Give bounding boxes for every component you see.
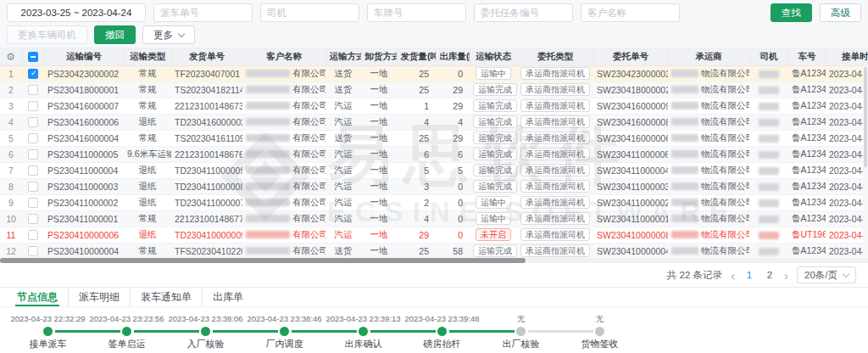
cell-status: 运输完成 bbox=[470, 146, 517, 162]
revoke-button[interactable]: 撤回 bbox=[94, 25, 136, 44]
cell-ship-qty: 25 bbox=[397, 81, 436, 98]
vertical-scrollbar-thumb[interactable] bbox=[864, 67, 867, 167]
row-checkbox[interactable] bbox=[28, 182, 38, 192]
column-header-13: 车号 bbox=[788, 48, 826, 65]
timeline-node-label: 签单启运 bbox=[87, 339, 166, 350]
advanced-button[interactable]: 高级 bbox=[820, 3, 861, 22]
table-row[interactable]: 4PS230416000006退纸TD230416000002有限公司汽运一地4… bbox=[0, 114, 868, 130]
table-row[interactable]: 5PS230416000004常规TS202304161109有限公司送货一地2… bbox=[0, 130, 868, 146]
more-button[interactable]: 更多 bbox=[142, 25, 195, 44]
table-header-row: ⚙运输编号运输类型发货单号客户名称运输方式卸货方式发货量(吨)出库量(吨)运输状… bbox=[0, 48, 868, 65]
masked-carrier-name bbox=[671, 102, 698, 109]
cell-ship-no: TF20230407001 bbox=[171, 65, 242, 81]
table-row[interactable]: 12PS230410000004常规TFS202304102203有限公司送货一… bbox=[0, 243, 868, 258]
row-checkbox[interactable] bbox=[28, 230, 38, 240]
page-size-select[interactable]: 20条/页 bbox=[797, 266, 856, 283]
masked-driver-name bbox=[759, 199, 779, 207]
table-row[interactable]: 11PS230410000006退纸TD230410000009有限公司汽运一地… bbox=[0, 227, 868, 243]
masked-driver-name bbox=[759, 70, 779, 78]
cell-unload-mode: 一地 bbox=[361, 65, 397, 81]
table-row[interactable]: 2PS230418000001常规TS202304182114有限公司送货一地2… bbox=[0, 81, 868, 98]
row-checkbox[interactable] bbox=[28, 133, 38, 143]
tab-2[interactable]: 装车通知单 bbox=[130, 288, 202, 306]
transport-table-grid: ⚙运输编号运输类型发货单号客户名称运输方式卸货方式发货量(吨)出库量(吨)运输状… bbox=[0, 48, 868, 258]
cell-carrier: 物流有限公司 bbox=[668, 194, 749, 210]
tab-1[interactable]: 派车明细 bbox=[68, 288, 130, 306]
table-row[interactable]: 6PS2304110000059.6米车运输22123100148676有限公司… bbox=[0, 146, 868, 162]
vertical-scrollbar[interactable] bbox=[863, 65, 868, 258]
cell-transport-type: 常规 bbox=[124, 243, 171, 258]
customer-name-input[interactable] bbox=[581, 3, 680, 22]
row-checkbox[interactable] bbox=[28, 246, 38, 256]
table-row[interactable]: 10PS230411000001常规22123100148677有限公司汽运一地… bbox=[0, 210, 868, 227]
select-all-checkbox[interactable] bbox=[28, 52, 38, 62]
cell-out-qty: 0 bbox=[436, 194, 470, 210]
table-row[interactable]: 8PS230411000003退纸TD230411000008有限公司汽运一地3… bbox=[0, 178, 868, 194]
row-checkbox[interactable] bbox=[28, 214, 38, 224]
page-button-2[interactable]: 2 bbox=[764, 270, 776, 280]
row-checkbox[interactable] bbox=[28, 69, 38, 79]
table-row[interactable]: 7PS230411000004退纸TD230411000009有限公司汽运一地5… bbox=[0, 162, 868, 178]
cell-transport-no: PS230411000004 bbox=[44, 162, 124, 178]
cell-out-qty: 0 bbox=[436, 178, 470, 194]
cell-accept-date: 2023-04-1 bbox=[826, 210, 868, 227]
table-row[interactable]: 9PS230411000002退纸TD230411000007有限公司汽运一地2… bbox=[0, 194, 868, 210]
cell-ship-no: TD230411000007 bbox=[171, 194, 242, 210]
timeline-node-label: 厂内调度 bbox=[245, 339, 324, 350]
cell-ship-qty: 25 bbox=[397, 130, 436, 146]
cell-driver bbox=[749, 178, 788, 194]
carrier-name-suffix: 物流有限公司 bbox=[701, 84, 749, 94]
change-vehicle-driver-button[interactable]: 更换车辆司机 bbox=[7, 25, 87, 44]
gear-icon[interactable]: ⚙ bbox=[6, 51, 15, 63]
customer-name-suffix: 有限公司 bbox=[292, 116, 326, 126]
table-row[interactable]: 3PS230416000007常规22123100148673有限公司汽运一地1… bbox=[0, 98, 868, 114]
cell-driver bbox=[749, 114, 788, 130]
table-row[interactable]: 1PS230423000002常规TF20230407001有限公司送货一地25… bbox=[0, 65, 868, 81]
page-button-1[interactable]: 1 bbox=[743, 270, 755, 280]
cell-driver bbox=[749, 98, 788, 114]
tab-0[interactable]: 节点信息 bbox=[7, 288, 68, 306]
action-bar: 更换车辆司机 撤回 更多 bbox=[0, 22, 868, 48]
page-size-value: 20条/页 bbox=[804, 269, 837, 282]
timeline-node-dot bbox=[595, 327, 604, 336]
cell-transport-type: 退纸 bbox=[124, 114, 171, 130]
prev-page-button[interactable]: ‹ bbox=[731, 269, 735, 282]
row-checkbox[interactable] bbox=[28, 198, 38, 208]
cell-transport-mode: 汽运 bbox=[326, 227, 361, 243]
cell-driver bbox=[749, 81, 788, 98]
plate-no-input[interactable] bbox=[367, 3, 466, 22]
row-checkbox[interactable] bbox=[28, 101, 38, 111]
cell-commission-type: 承运商指派司机 bbox=[517, 146, 593, 162]
row-checkbox[interactable] bbox=[28, 117, 38, 127]
cell-plate-no: 鲁A12345 bbox=[788, 130, 826, 146]
customer-name-suffix: 有限公司 bbox=[292, 245, 326, 255]
dispatch-no-input[interactable] bbox=[153, 3, 253, 22]
cell-status: 运输中 bbox=[470, 194, 517, 210]
cell-ship-no: 22123100148676 bbox=[171, 146, 242, 162]
cell-transport-no: PS230411000005 bbox=[44, 146, 124, 162]
cell-unload-mode: 一地 bbox=[361, 98, 397, 114]
transport-table: ⚙运输编号运输类型发货单号客户名称运输方式卸货方式发货量(吨)出库量(吨)运输状… bbox=[0, 48, 868, 258]
horizontal-scrollbar-thumb[interactable] bbox=[0, 258, 526, 263]
tab-3[interactable]: 出库单 bbox=[202, 288, 253, 306]
cell-transport-type: 退纸 bbox=[124, 227, 171, 243]
customer-name-suffix: 有限公司 bbox=[292, 100, 326, 110]
cell-unload-mode: 一地 bbox=[361, 243, 397, 258]
next-page-button[interactable]: › bbox=[784, 269, 788, 282]
row-checkbox-cell bbox=[22, 130, 44, 146]
masked-carrier-name bbox=[671, 182, 698, 190]
row-checkbox[interactable] bbox=[28, 165, 38, 176]
row-checkbox[interactable] bbox=[28, 149, 38, 160]
driver-input[interactable] bbox=[260, 3, 359, 22]
date-range-input[interactable]: 2023-03-25 ~ 2023-04-24 bbox=[7, 3, 146, 22]
cell-commission-no: SW230411000004 bbox=[593, 162, 668, 178]
masked-driver-name bbox=[759, 119, 779, 126]
horizontal-scrollbar[interactable] bbox=[0, 258, 868, 263]
cell-status: 运输完成 bbox=[470, 98, 517, 114]
cell-out-qty: 0 bbox=[436, 65, 470, 81]
search-button[interactable]: 查找 bbox=[771, 3, 812, 22]
cell-carrier: 物流有限公司 bbox=[668, 178, 749, 194]
cell-commission-no: SW230416000009 bbox=[593, 98, 668, 114]
task-no-input[interactable] bbox=[474, 3, 573, 22]
row-checkbox[interactable] bbox=[28, 85, 38, 95]
